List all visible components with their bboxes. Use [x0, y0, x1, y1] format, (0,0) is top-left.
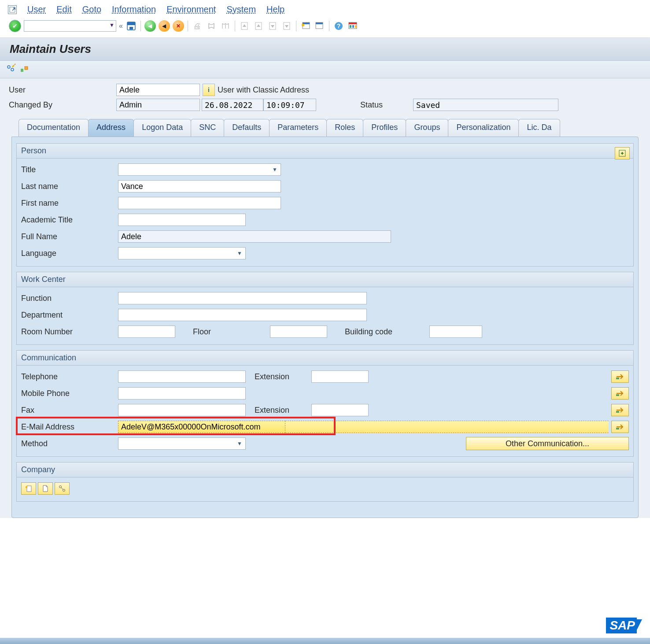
menu-system[interactable]: System [226, 4, 256, 15]
changed-time-field [263, 99, 316, 111]
layout-menu-icon[interactable] [347, 20, 358, 32]
standard-toolbar: ✔ ▼ « ◀ ◀ ✕ 🖨 ? [0, 18, 650, 38]
separator [140, 21, 141, 31]
function-field[interactable] [118, 292, 367, 304]
menu-environment[interactable]: Environment [166, 4, 216, 15]
group-title-company: Company [17, 463, 633, 477]
enter-button[interactable]: ✔ [9, 20, 21, 32]
document-button[interactable] [38, 482, 53, 495]
tab-roles[interactable]: Roles [326, 119, 363, 137]
mobile-field[interactable] [118, 387, 246, 400]
save-icon[interactable] [126, 20, 137, 32]
floor-field[interactable] [270, 326, 327, 338]
department-field[interactable] [118, 309, 367, 321]
tab-snc[interactable]: SNC [191, 119, 224, 137]
row-user: User i User with Classic Address [6, 84, 644, 96]
label-method: Method [21, 439, 118, 448]
svg-rect-15 [349, 22, 357, 24]
svg-point-19 [7, 66, 10, 68]
info-button[interactable]: i [203, 84, 215, 96]
telephone-field[interactable] [118, 370, 246, 383]
svg-rect-17 [352, 25, 354, 28]
fax-field[interactable] [118, 404, 246, 416]
svg-point-30 [63, 489, 65, 492]
menu-edit[interactable]: Edit [56, 4, 71, 15]
back-button[interactable]: ◀ [144, 20, 156, 32]
svg-point-20 [11, 68, 14, 71]
dropdown-icon[interactable]: ▼ [109, 22, 114, 28]
assign-company-button[interactable] [21, 482, 36, 495]
fax-extension-field[interactable] [311, 404, 369, 416]
tab-body: Person Title ▼ Last name First [11, 137, 639, 518]
title-dropdown[interactable] [118, 163, 281, 176]
other-communication-button[interactable]: Other Communication... [466, 437, 629, 450]
building-field[interactable] [429, 326, 482, 338]
display-change-icon[interactable] [6, 63, 16, 75]
tab-logon-data[interactable]: Logon Data [133, 119, 191, 137]
find-icon [206, 20, 217, 32]
label-room: Room Number [21, 327, 118, 337]
label-tel-extension: Extension [255, 372, 289, 381]
command-input[interactable] [24, 20, 116, 32]
label-function: Function [21, 294, 118, 303]
tab-address[interactable]: Address [88, 119, 134, 137]
room-field[interactable] [118, 326, 175, 338]
expand-icon[interactable] [615, 147, 630, 159]
exit-button[interactable]: ◀ [159, 20, 170, 32]
fax-more-button[interactable] [611, 404, 629, 416]
changed-date-field [202, 99, 263, 111]
menu-goto[interactable]: Goto [82, 4, 101, 15]
firstname-field[interactable] [118, 197, 281, 209]
help-icon[interactable]: ? [333, 20, 344, 32]
telephone-more-button[interactable] [611, 370, 629, 383]
svg-rect-25 [616, 394, 619, 396]
create-shortcut-icon[interactable] [314, 20, 325, 32]
command-field[interactable]: ▼ [24, 20, 116, 32]
group-workcenter: Work Center Function Department Room Num… [16, 272, 634, 345]
separator [188, 21, 188, 31]
email-more-button[interactable] [611, 421, 629, 433]
group-person: Person Title ▼ Last name First [16, 143, 634, 266]
window-menu-icon[interactable] [8, 5, 17, 14]
sap-logo: SAP [606, 618, 642, 633]
menu-help[interactable]: Help [266, 4, 284, 15]
hierarchy-button[interactable] [55, 482, 70, 495]
row-changed-by: Changed By Status [6, 99, 644, 111]
lastname-field[interactable] [118, 180, 281, 192]
tab-groups[interactable]: Groups [406, 119, 448, 137]
svg-point-29 [59, 486, 62, 488]
svg-rect-18 [355, 25, 356, 28]
tel-extension-field[interactable] [311, 370, 369, 383]
label-department: Department [21, 311, 118, 320]
group-title-person: Person [17, 144, 633, 159]
email-field[interactable] [118, 421, 285, 433]
mobile-more-button[interactable] [611, 387, 629, 400]
tab-defaults[interactable]: Defaults [224, 119, 270, 137]
status-field [413, 99, 558, 111]
method-dropdown[interactable] [118, 437, 246, 450]
tab-documentation[interactable]: Documentation [18, 119, 89, 137]
group-company: Company [16, 462, 634, 502]
user-groups-icon[interactable] [19, 63, 29, 75]
collapse-icon[interactable]: « [119, 22, 123, 30]
language-dropdown[interactable] [118, 247, 246, 259]
label-fax-extension: Extension [255, 406, 289, 415]
tab-profiles[interactable]: Profiles [363, 119, 406, 137]
menu-information[interactable]: Information [112, 4, 156, 15]
group-title-communication: Communication [17, 351, 633, 366]
label-telephone: Telephone [21, 372, 118, 381]
tab-lic-data[interactable]: Lic. Da [518, 119, 560, 137]
label-building: Building code [345, 327, 392, 337]
user-field[interactable] [116, 84, 200, 96]
academic-title-field[interactable] [118, 214, 246, 226]
tab-parameters[interactable]: Parameters [269, 119, 327, 137]
tab-personalization[interactable]: Personalization [448, 119, 519, 137]
label-status: Status [360, 100, 413, 110]
svg-rect-22 [25, 67, 28, 70]
label-lastname: Last name [21, 182, 118, 191]
menu-user[interactable]: User [27, 4, 46, 15]
svg-rect-21 [21, 69, 23, 72]
find-next-icon [220, 20, 231, 32]
cancel-button[interactable]: ✕ [173, 20, 184, 32]
new-session-icon[interactable] [300, 20, 311, 32]
